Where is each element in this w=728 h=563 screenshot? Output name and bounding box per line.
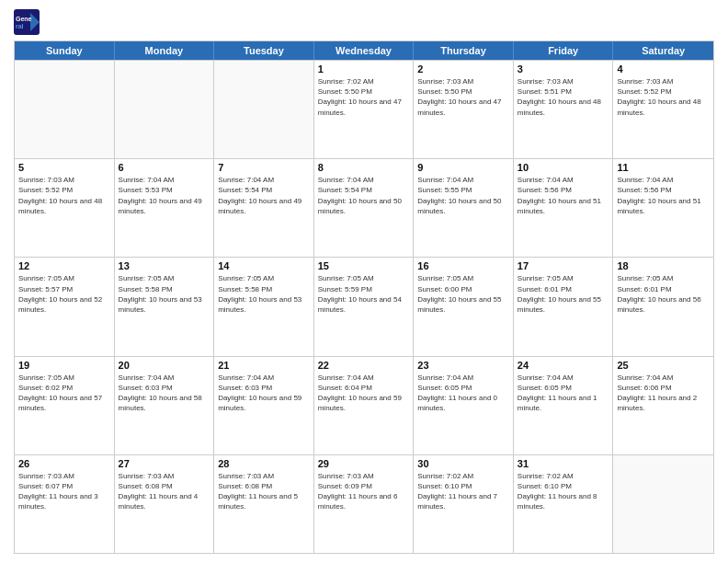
day-number: 16	[417, 260, 509, 271]
svg-text:ral: ral	[16, 23, 24, 29]
day-info: Sunrise: 7:04 AMSunset: 5:54 PMDaylight:…	[318, 175, 410, 216]
day-number: 8	[318, 162, 410, 173]
header-day-sunday: Sunday	[15, 41, 115, 60]
calendar-body: 1Sunrise: 7:02 AMSunset: 5:50 PMDaylight…	[15, 60, 713, 553]
cal-cell-31: 31Sunrise: 7:02 AMSunset: 6:10 PMDayligh…	[514, 455, 614, 553]
week-row-1: 1Sunrise: 7:02 AMSunset: 5:50 PMDaylight…	[15, 60, 713, 158]
day-info: Sunrise: 7:02 AMSunset: 6:10 PMDaylight:…	[417, 471, 509, 512]
day-info: Sunrise: 7:04 AMSunset: 6:04 PMDaylight:…	[318, 373, 410, 414]
day-info: Sunrise: 7:03 AMSunset: 5:51 PMDaylight:…	[518, 76, 609, 118]
cal-cell-27: 27Sunrise: 7:03 AMSunset: 6:08 PMDayligh…	[115, 455, 215, 553]
day-number: 15	[318, 260, 410, 271]
cal-cell-28: 28Sunrise: 7:03 AMSunset: 6:08 PMDayligh…	[214, 455, 314, 553]
day-info: Sunrise: 7:05 AMSunset: 5:58 PMDaylight:…	[119, 273, 210, 315]
day-info: Sunrise: 7:04 AMSunset: 5:56 PMDaylight:…	[617, 175, 710, 216]
day-number: 9	[417, 162, 509, 173]
day-number: 13	[119, 260, 210, 271]
day-number: 30	[417, 458, 509, 469]
day-number: 17	[518, 260, 609, 271]
day-number: 12	[18, 260, 110, 271]
week-row-2: 5Sunrise: 7:03 AMSunset: 5:52 PMDaylight…	[15, 158, 713, 257]
cal-cell-20: 20Sunrise: 7:04 AMSunset: 6:03 PMDayligh…	[115, 357, 215, 454]
cal-cell-22: 22Sunrise: 7:04 AMSunset: 6:04 PMDayligh…	[314, 357, 415, 454]
cal-cell-24: 24Sunrise: 7:04 AMSunset: 6:05 PMDayligh…	[514, 357, 614, 454]
header-day-tuesday: Tuesday	[214, 41, 314, 60]
calendar: SundayMondayTuesdayWednesdayThursdayFrid…	[14, 40, 714, 554]
day-info: Sunrise: 7:03 AMSunset: 5:52 PMDaylight:…	[18, 175, 110, 216]
cal-cell-9: 9Sunrise: 7:04 AMSunset: 5:55 PMDaylight…	[414, 159, 514, 257]
cal-cell-17: 17Sunrise: 7:05 AMSunset: 6:01 PMDayligh…	[514, 258, 614, 355]
svg-text:Gene: Gene	[16, 16, 32, 22]
day-number: 2	[417, 63, 509, 75]
day-info: Sunrise: 7:03 AMSunset: 6:08 PMDaylight:…	[119, 471, 210, 512]
week-row-4: 19Sunrise: 7:05 AMSunset: 6:02 PMDayligh…	[15, 356, 713, 454]
day-info: Sunrise: 7:04 AMSunset: 6:03 PMDaylight:…	[218, 373, 310, 414]
day-info: Sunrise: 7:04 AMSunset: 5:54 PMDaylight:…	[218, 175, 310, 216]
cal-cell-18: 18Sunrise: 7:05 AMSunset: 6:01 PMDayligh…	[613, 258, 713, 355]
cal-cell-empty	[15, 61, 115, 158]
day-number: 26	[18, 458, 110, 469]
day-info: Sunrise: 7:03 AMSunset: 6:07 PMDaylight:…	[18, 471, 110, 512]
cal-cell-16: 16Sunrise: 7:05 AMSunset: 6:00 PMDayligh…	[414, 258, 514, 355]
cal-cell-15: 15Sunrise: 7:05 AMSunset: 5:59 PMDayligh…	[314, 258, 415, 355]
cal-cell-23: 23Sunrise: 7:04 AMSunset: 6:05 PMDayligh…	[414, 357, 514, 454]
day-number: 21	[218, 360, 310, 371]
day-number: 29	[318, 458, 410, 469]
day-info: Sunrise: 7:03 AMSunset: 6:08 PMDaylight:…	[218, 471, 310, 512]
day-number: 1	[318, 63, 410, 75]
cal-cell-1: 1Sunrise: 7:02 AMSunset: 5:50 PMDaylight…	[314, 61, 415, 158]
week-row-5: 26Sunrise: 7:03 AMSunset: 6:07 PMDayligh…	[15, 454, 713, 553]
header-day-friday: Friday	[514, 41, 614, 60]
day-number: 7	[218, 162, 310, 173]
cal-cell-empty	[613, 455, 713, 553]
cal-cell-8: 8Sunrise: 7:04 AMSunset: 5:54 PMDaylight…	[314, 159, 415, 257]
day-info: Sunrise: 7:02 AMSunset: 5:50 PMDaylight:…	[318, 76, 410, 118]
day-info: Sunrise: 7:04 AMSunset: 5:55 PMDaylight:…	[417, 175, 509, 216]
cal-cell-10: 10Sunrise: 7:04 AMSunset: 5:56 PMDayligh…	[514, 159, 614, 257]
day-info: Sunrise: 7:05 AMSunset: 6:00 PMDaylight:…	[417, 273, 509, 315]
day-number: 20	[119, 360, 210, 371]
cal-cell-empty	[214, 61, 314, 158]
cal-cell-25: 25Sunrise: 7:04 AMSunset: 6:06 PMDayligh…	[613, 357, 713, 454]
day-info: Sunrise: 7:03 AMSunset: 5:50 PMDaylight:…	[417, 76, 509, 118]
day-number: 3	[518, 63, 609, 75]
cal-cell-29: 29Sunrise: 7:03 AMSunset: 6:09 PMDayligh…	[314, 455, 415, 553]
logo-icon: Gene ral	[14, 9, 41, 35]
logo: Gene ral	[14, 9, 45, 35]
header-day-saturday: Saturday	[613, 41, 713, 60]
day-number: 31	[518, 458, 609, 469]
day-info: Sunrise: 7:05 AMSunset: 6:02 PMDaylight:…	[18, 373, 110, 414]
cal-cell-11: 11Sunrise: 7:04 AMSunset: 5:56 PMDayligh…	[613, 159, 713, 257]
day-info: Sunrise: 7:04 AMSunset: 6:05 PMDaylight:…	[518, 373, 609, 414]
day-number: 6	[119, 162, 210, 173]
day-info: Sunrise: 7:04 AMSunset: 5:56 PMDaylight:…	[518, 175, 609, 216]
day-info: Sunrise: 7:04 AMSunset: 6:03 PMDaylight:…	[119, 373, 210, 414]
cal-cell-4: 4Sunrise: 7:03 AMSunset: 5:52 PMDaylight…	[613, 61, 713, 158]
day-number: 10	[518, 162, 609, 173]
cal-cell-26: 26Sunrise: 7:03 AMSunset: 6:07 PMDayligh…	[15, 455, 115, 553]
cal-cell-14: 14Sunrise: 7:05 AMSunset: 5:58 PMDayligh…	[214, 258, 314, 355]
day-info: Sunrise: 7:04 AMSunset: 6:05 PMDaylight:…	[417, 373, 509, 414]
cal-cell-19: 19Sunrise: 7:05 AMSunset: 6:02 PMDayligh…	[15, 357, 115, 454]
day-number: 11	[617, 162, 710, 173]
day-info: Sunrise: 7:04 AMSunset: 5:53 PMDaylight:…	[119, 175, 210, 216]
cal-cell-13: 13Sunrise: 7:05 AMSunset: 5:58 PMDayligh…	[115, 258, 215, 355]
day-number: 25	[617, 360, 710, 371]
day-info: Sunrise: 7:03 AMSunset: 5:52 PMDaylight:…	[617, 76, 710, 118]
week-row-3: 12Sunrise: 7:05 AMSunset: 5:57 PMDayligh…	[15, 257, 713, 355]
page: Gene ral SundayMondayTuesdayWednesdayThu…	[0, 0, 728, 563]
day-number: 28	[218, 458, 310, 469]
header-day-thursday: Thursday	[414, 41, 514, 60]
day-number: 4	[617, 63, 710, 75]
day-info: Sunrise: 7:05 AMSunset: 5:57 PMDaylight:…	[18, 273, 110, 315]
cal-cell-5: 5Sunrise: 7:03 AMSunset: 5:52 PMDaylight…	[15, 159, 115, 257]
day-number: 23	[417, 360, 509, 371]
day-number: 22	[318, 360, 410, 371]
cal-cell-2: 2Sunrise: 7:03 AMSunset: 5:50 PMDaylight…	[414, 61, 514, 158]
header-day-wednesday: Wednesday	[314, 41, 415, 60]
day-number: 19	[18, 360, 110, 371]
cal-cell-6: 6Sunrise: 7:04 AMSunset: 5:53 PMDaylight…	[115, 159, 215, 257]
cal-cell-7: 7Sunrise: 7:04 AMSunset: 5:54 PMDaylight…	[214, 159, 314, 257]
cal-cell-21: 21Sunrise: 7:04 AMSunset: 6:03 PMDayligh…	[214, 357, 314, 454]
day-info: Sunrise: 7:05 AMSunset: 6:01 PMDaylight:…	[617, 273, 710, 315]
